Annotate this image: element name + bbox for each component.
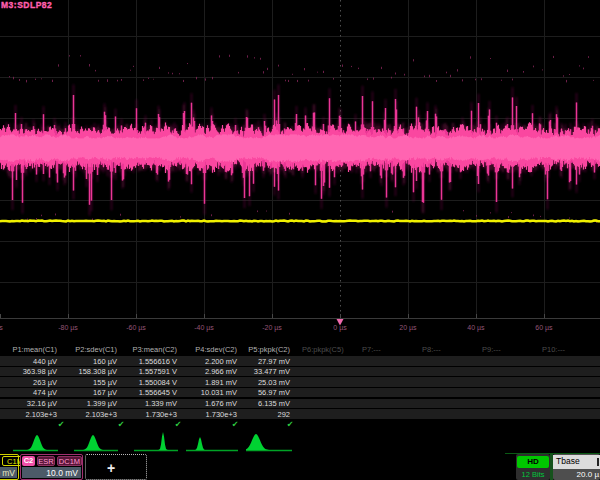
svg-text:20 µs: 20 µs xyxy=(399,324,417,332)
svg-text:-80 µs: -80 µs xyxy=(58,324,78,332)
svg-text:M3:SDLP82: M3:SDLP82 xyxy=(1,0,52,10)
svg-text:40 µs: 40 µs xyxy=(467,324,485,332)
svg-text:-60 µs: -60 µs xyxy=(126,324,146,332)
svg-text:0 µs: 0 µs xyxy=(333,324,347,332)
svg-text:-40 µs: -40 µs xyxy=(194,324,214,332)
svg-text:-20 µs: -20 µs xyxy=(262,324,282,332)
svg-text:60 µs: 60 µs xyxy=(535,324,553,332)
